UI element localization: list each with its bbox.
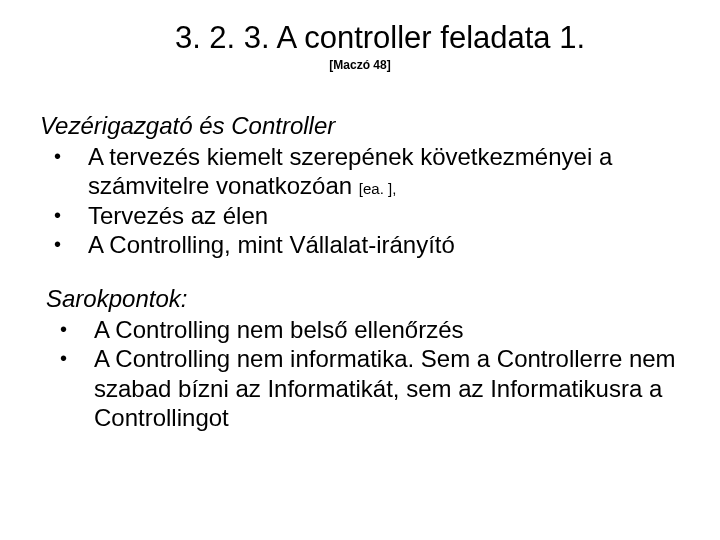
section1-list: A tervezés kiemelt szerepének következmé… [40,142,680,259]
list-item: A Controlling nem informatika. Sem a Con… [46,344,680,432]
section2-heading: Sarokpontok: [46,285,680,313]
list-item: Tervezés az élen [40,201,680,230]
slide-citation: [Maczó 48] [40,58,680,72]
list-item: A tervezés kiemelt szerepének következmé… [40,142,680,201]
list-item-text: A Controlling, mint Vállalat-irányító [88,231,455,258]
list-item-text: A Controlling nem informatika. Sem a Con… [94,345,676,431]
list-item: A Controlling, mint Vállalat-irányító [40,230,680,259]
list-item-text: A Controlling nem belső ellenőrzés [94,316,464,343]
list-item-text: Tervezés az élen [88,202,268,229]
list-item: A Controlling nem belső ellenőrzés [46,315,680,344]
slide-title: 3. 2. 3. A controller feladata 1. [90,20,670,56]
list-item-text: A tervezés kiemelt szerepének következmé… [88,143,612,199]
section1-heading: Vezérigazgató és Controller [40,112,680,140]
section2-list: A Controlling nem belső ellenőrzés A Con… [46,315,680,432]
list-item-small: [ea. ], [359,180,397,197]
